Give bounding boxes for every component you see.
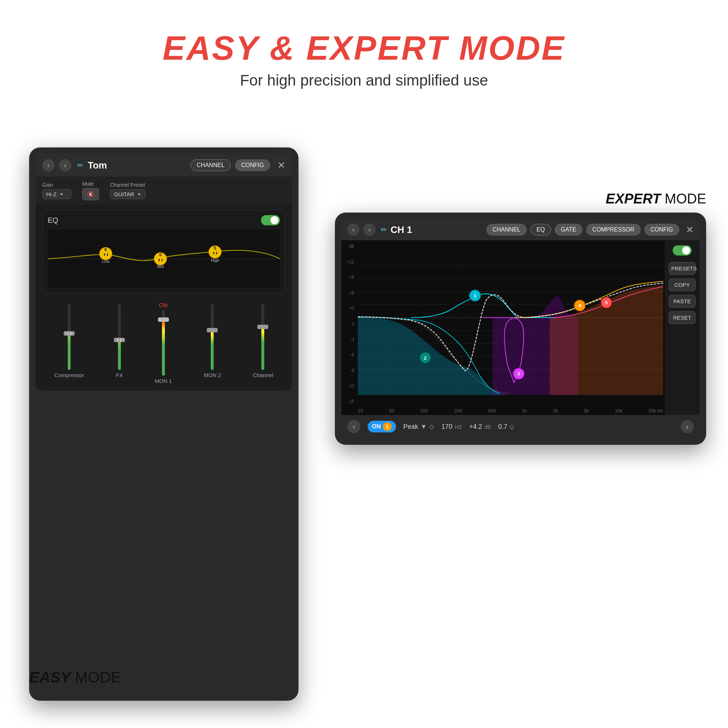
expert-prev-button[interactable]: ‹ <box>347 223 359 236</box>
fader-fx: FX <box>116 302 123 384</box>
fader-handle[interactable] <box>257 325 268 329</box>
freq-param: 170 HZ <box>442 423 462 431</box>
filter-type-value: Peak <box>403 423 418 431</box>
expert-close-button[interactable]: ✕ <box>686 224 694 236</box>
eq-section: EQ <box>42 210 285 294</box>
freq-unit: HZ <box>455 424 462 430</box>
preset-arrow: ▼ <box>137 192 142 197</box>
band-number: 1 <box>383 422 392 431</box>
fader-label: MON 2 <box>204 372 221 378</box>
eq-enable-toggle[interactable] <box>673 245 691 255</box>
fader-label: Compressor <box>55 372 84 378</box>
eq-header: EQ <box>48 215 280 225</box>
svg-text:0: 0 <box>159 252 162 257</box>
edit-icon: ✏ <box>77 161 83 170</box>
fader-track <box>68 304 70 370</box>
eq-sidebar: PRESETS COPY PASTE RESET <box>665 240 700 415</box>
expert-compressor-button[interactable]: COMPRESSOR <box>586 224 641 236</box>
fader-track <box>211 304 214 370</box>
svg-text:4: 4 <box>578 303 581 308</box>
expert-mode-label: EXPERT MODE <box>335 191 706 207</box>
svg-text:5: 5 <box>605 300 608 305</box>
freq-value: 170 <box>442 423 453 431</box>
easy-top-bar: ‹ › ✏ Tom CHANNEL CONFIG ✕ <box>36 154 292 177</box>
svg-text:⬆⬇: ⬆⬇ <box>103 252 109 257</box>
preset-group: Channel Preset GUITAR ▼ <box>110 182 145 199</box>
expert-mode-tablet: ‹ › ✏ CH 1 CHANNEL EQ GATE COMPRESSOR CO… <box>335 213 706 445</box>
fader-handle[interactable] <box>207 328 218 332</box>
eq-graph: 6 Low ⬆⬇ 0 Mid ⬆⬇ 5 High <box>48 230 280 288</box>
expert-edit-icon: ✏ <box>381 225 387 234</box>
gain-group: Gain Hi-Z ▼ <box>42 182 71 199</box>
expert-next-button[interactable]: › <box>363 223 376 236</box>
channel-name: Tom <box>88 160 186 171</box>
close-button[interactable]: ✕ <box>277 160 285 171</box>
expert-gate-button[interactable]: GATE <box>555 224 583 236</box>
fader-track <box>162 310 165 376</box>
preset-value: GUITAR <box>114 191 134 197</box>
svg-text:Low: Low <box>102 259 110 263</box>
q-value: 0.7 <box>498 423 508 431</box>
fader-label: FX <box>116 372 123 378</box>
svg-text:1: 1 <box>474 293 476 298</box>
expert-channel-name: CH 1 <box>391 224 483 236</box>
db-axis: dB +12 +9 +6 +3 0 -3 -6 -9 -12 -15 <box>341 244 356 404</box>
bottom-next-button[interactable]: › <box>681 420 694 433</box>
svg-text:2: 2 <box>424 355 427 361</box>
gain-value: Hi-Z <box>46 191 57 197</box>
expert-channel-button[interactable]: CHANNEL <box>486 224 526 236</box>
fader-track <box>262 304 264 370</box>
mute-label: Mute <box>82 181 99 187</box>
svg-text:5: 5 <box>214 246 216 251</box>
fader-handle[interactable] <box>158 317 169 322</box>
eq-toggle-switch[interactable] <box>261 215 280 225</box>
filter-type-param: Peak ▼ ◇ <box>403 423 434 431</box>
svg-text:⬆⬇: ⬆⬇ <box>158 258 164 262</box>
presets-button[interactable]: PRESETS <box>669 262 696 275</box>
next-button[interactable]: › <box>59 159 71 171</box>
gain-select[interactable]: Hi-Z ▼ <box>42 189 71 199</box>
mute-icon: 🔇 <box>87 191 94 198</box>
fader-track <box>118 304 121 370</box>
fader-handle[interactable] <box>114 338 125 342</box>
gain-label: Gain <box>42 182 71 188</box>
fader-clip: Clip <box>159 302 168 308</box>
copy-button[interactable]: COPY <box>669 278 696 291</box>
easy-mode-label: EASY MODE <box>29 669 121 686</box>
bottom-prev-button[interactable]: ‹ <box>347 420 360 433</box>
svg-text:6: 6 <box>104 247 107 252</box>
preset-label: Channel Preset <box>110 182 145 188</box>
svg-text:⬆⬇: ⬆⬇ <box>212 251 218 255</box>
eq-toggle[interactable] <box>261 215 280 225</box>
freq-axis: 20 50 100 200 500 1k 2k 5k 10k 20k Hz <box>358 408 663 413</box>
expert-top-bar: ‹ › ✏ CH 1 CHANNEL EQ GATE COMPRESSOR CO… <box>341 219 700 240</box>
on-badge[interactable]: ON 1 <box>368 421 396 433</box>
fader-handle[interactable] <box>64 331 75 336</box>
fader-mon2: MON 2 <box>204 302 221 384</box>
controls-bar: Gain Hi-Z ▼ Mute 🔇 Channel Preset <box>36 177 292 205</box>
db-value: +4.2 <box>469 423 482 431</box>
svg-text:High: High <box>211 258 219 262</box>
svg-text:Mid: Mid <box>157 264 164 269</box>
config-button[interactable]: CONFIG <box>235 159 270 171</box>
on-label: ON <box>372 423 381 430</box>
expert-config-button[interactable]: CONFIG <box>644 224 679 236</box>
eq-title: EQ <box>48 216 58 225</box>
reset-button[interactable]: RESET <box>669 311 696 324</box>
paste-button[interactable]: PASTE <box>669 295 696 307</box>
prev-button[interactable]: ‹ <box>42 159 55 171</box>
expert-eq-display: dB +12 +9 +6 +3 0 -3 -6 -9 -12 -15 <box>341 240 700 415</box>
db-param: +4.2 dB <box>469 423 491 431</box>
preset-select[interactable]: GUITAR ▼ <box>110 189 145 199</box>
fader-channel: Channel <box>252 302 273 384</box>
sub-title: For high precision and simplified use <box>0 72 728 89</box>
easy-mode-tablet: ‹ › ✏ Tom CHANNEL CONFIG ✕ Gain Hi-Z ▼ <box>29 147 298 701</box>
expert-mode-wrapper: EXPERT MODE ‹ › ✏ CH 1 CHANNEL EQ GATE C… <box>335 191 706 445</box>
q-unit: Q <box>509 424 514 430</box>
expert-eq-button[interactable]: EQ <box>530 224 551 236</box>
fader-compressor: Compressor <box>55 302 84 384</box>
fader-label: MON 1 <box>155 378 172 384</box>
mute-button[interactable]: 🔇 <box>82 188 99 200</box>
expert-bottom-bar: ‹ ON 1 Peak ▼ ◇ 170 HZ <box>341 415 700 438</box>
channel-button[interactable]: CHANNEL <box>190 159 230 171</box>
